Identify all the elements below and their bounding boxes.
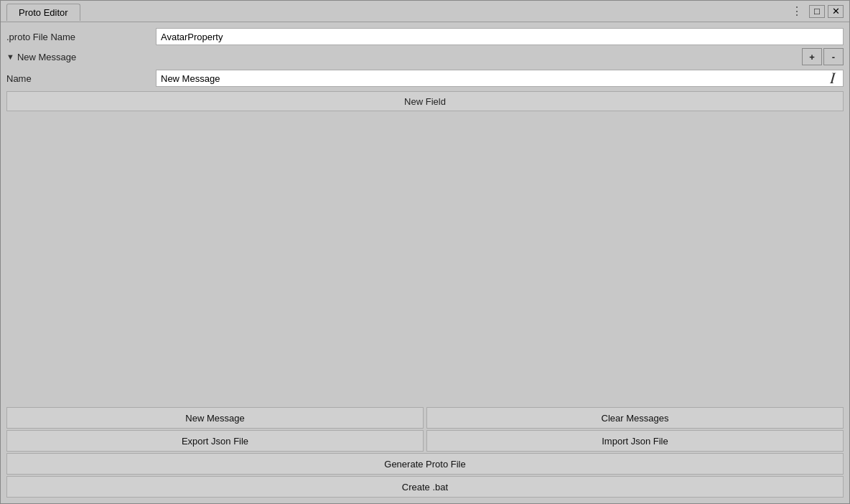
create-bat-button[interactable]: Create .bat	[6, 476, 844, 498]
content-area: .proto File Name ▼ New Message + - Name	[1, 22, 849, 404]
content-spacer	[6, 114, 844, 398]
window-tab[interactable]: Proto Editor	[6, 4, 80, 21]
filename-label: .proto File Name	[6, 32, 150, 42]
new-field-label: New Field	[404, 96, 446, 107]
main-window: Proto Editor ⋮ □ ✕ .proto File Name ▼ Ne…	[0, 0, 850, 504]
filename-row: .proto File Name	[6, 28, 844, 45]
button-row-4: Create .bat	[6, 476, 844, 498]
close-button[interactable]: ✕	[828, 5, 844, 18]
clear-messages-button[interactable]: Clear Messages	[426, 407, 844, 429]
close-icon: ✕	[832, 6, 840, 17]
plus-icon: +	[809, 52, 815, 62]
create-bat-label: Create .bat	[402, 482, 448, 493]
title-bar: Proto Editor ⋮ □ ✕	[1, 1, 849, 22]
new-field-button[interactable]: New Field	[6, 91, 844, 111]
remove-message-button[interactable]: -	[823, 48, 844, 65]
minus-icon: -	[832, 52, 835, 62]
name-input[interactable]	[156, 70, 844, 87]
message-header: ▼ New Message + -	[6, 48, 844, 65]
new-message-button[interactable]: New Message	[6, 407, 424, 429]
message-header-controls: + -	[802, 48, 844, 65]
title-bar-left: Proto Editor	[6, 3, 80, 20]
maximize-button[interactable]: □	[809, 5, 825, 18]
clear-messages-label: Clear Messages	[602, 413, 669, 424]
export-json-button[interactable]: Export Json File	[6, 430, 424, 452]
button-row-3: Generate Proto File	[6, 453, 844, 475]
dots-icon: ⋮	[791, 4, 803, 18]
import-json-button[interactable]: Import Json File	[426, 430, 844, 452]
message-header-left: ▼ New Message	[6, 52, 76, 62]
generate-proto-button[interactable]: Generate Proto File	[6, 453, 844, 475]
triangle-icon: ▼	[6, 52, 14, 61]
bottom-buttons-area: New Message Clear Messages Export Json F…	[1, 404, 849, 503]
title-bar-controls: ⋮ □ ✕	[791, 4, 844, 18]
add-message-button[interactable]: +	[802, 48, 822, 65]
import-json-label: Import Json File	[602, 436, 668, 447]
name-row: Name 𝐼	[6, 70, 844, 87]
filename-input[interactable]	[156, 28, 844, 45]
generate-proto-label: Generate Proto File	[384, 459, 465, 470]
name-label: Name	[6, 73, 150, 84]
new-message-label: New Message	[185, 413, 244, 424]
window-title: Proto Editor	[19, 7, 68, 18]
message-section-label: New Message	[17, 52, 76, 62]
button-row-1: New Message Clear Messages	[6, 407, 844, 429]
maximize-icon: □	[814, 6, 820, 17]
name-input-wrapper: 𝐼	[156, 70, 844, 87]
export-json-label: Export Json File	[182, 436, 248, 447]
button-row-2: Export Json File Import Json File	[6, 430, 844, 452]
